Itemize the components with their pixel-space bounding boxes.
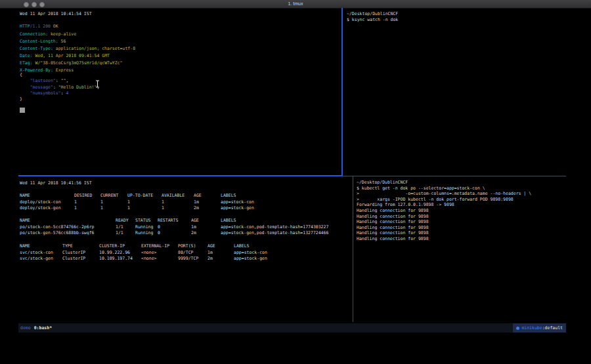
cwd-line: ~/Desktop/DublinCNCF bbox=[357, 180, 567, 186]
http-version-status: /1.1 200 bbox=[30, 24, 51, 29]
table-cell: ClusterIP bbox=[62, 256, 85, 262]
table-cell: po/stock-con-5cc874766c-2p6rp bbox=[20, 224, 95, 231]
table-cell: NAME bbox=[20, 193, 30, 199]
header-line: Content-Type:application/json; charset=u… bbox=[20, 45, 135, 52]
json-row: "lastseen": "", bbox=[20, 78, 99, 84]
table-cell: NAME bbox=[20, 243, 30, 250]
command-lines: $ kubectl get -n dok po --selector=app=s… bbox=[357, 186, 567, 203]
table-cell: 1 bbox=[162, 205, 164, 212]
table-cell: 0 bbox=[158, 224, 160, 231]
window-title: 1. tmux bbox=[0, 1, 591, 6]
table-cell: READY bbox=[116, 218, 129, 224]
pane-bottom-right-port-forward[interactable]: ~/Desktop/DublinCNCF $ kubectl get -n do… bbox=[357, 176, 567, 324]
table-cell: <none> bbox=[141, 256, 156, 262]
table-cell: 80/TCP bbox=[178, 250, 193, 256]
table-cell: CLUSTER-IP bbox=[99, 243, 125, 250]
table-cell: 1 bbox=[127, 205, 130, 212]
kube-context-segment: minikube :default bbox=[513, 323, 566, 333]
output-line: Handling connection for 9898 bbox=[357, 208, 567, 214]
command-line: > xargs -IPOD kubectl -n dok port-forwar… bbox=[357, 197, 567, 203]
table-cell: NAME bbox=[20, 218, 30, 224]
table-cell: deploy/stock-gen bbox=[20, 205, 61, 212]
json-row: "message": "Hello Dublin!", bbox=[20, 85, 99, 91]
output-line: Handling connection for 9898 bbox=[357, 219, 567, 225]
table-cell: Running bbox=[135, 230, 153, 237]
table-cell: 1 bbox=[100, 205, 103, 212]
pane-divider-vertical-bottom[interactable] bbox=[353, 176, 353, 322]
table-cell: 1 bbox=[127, 199, 130, 206]
table-cell: 1/1 bbox=[116, 230, 123, 237]
table-cell: AGE bbox=[194, 193, 202, 199]
terminal-cursor bbox=[20, 108, 25, 113]
tmux-status-bar: demo 0:bash* minikube :default bbox=[18, 323, 566, 333]
json-row: "numsymbols": 4 bbox=[20, 91, 99, 96]
table-cell: STATUS bbox=[135, 218, 150, 224]
mouse-cursor-ibeam-icon bbox=[95, 80, 100, 88]
header-line: Content-Length:56 bbox=[20, 38, 135, 45]
table-cell: app=stock-gen bbox=[221, 205, 254, 212]
table-cell: 2m bbox=[191, 230, 196, 237]
table-cell: ClusterIP bbox=[62, 250, 85, 256]
table-cell: <none> bbox=[141, 250, 156, 256]
table-cell: UP-TO-DATE bbox=[127, 193, 153, 199]
http-status-line: HTTP/1.1 200OK bbox=[20, 24, 58, 29]
table-cell: PORT(S) bbox=[178, 243, 196, 250]
table-cell: AGE bbox=[208, 243, 215, 250]
table-cell: AGE bbox=[191, 218, 199, 224]
table-cell: AVAILABLE bbox=[162, 193, 185, 199]
table-cell: 2m bbox=[208, 256, 213, 262]
command-line: $ ksync watch -n dok bbox=[347, 17, 563, 23]
pane-top-left-http-response[interactable]: Wed 11 Apr 2018 10:41:54 IST HTTP/1.1 20… bbox=[20, 9, 338, 173]
pane-divider-vertical-top[interactable] bbox=[341, 8, 343, 176]
response-headers: Connection:keep-alive Content-Length:56 … bbox=[20, 31, 135, 74]
table-cell: 10.99.222.96 bbox=[99, 250, 130, 256]
table-cell: deploy/stock-con bbox=[20, 199, 61, 206]
table-cell: RESTARTS bbox=[158, 218, 178, 224]
header-line: ETag:W/"38-05coCsrg3mQ75sHr1d/qcWTwYZc" bbox=[20, 60, 135, 67]
table-cell: 2m bbox=[194, 205, 199, 212]
table-cell: app=stock-con bbox=[221, 199, 254, 206]
table-cell: 1m bbox=[194, 199, 199, 206]
output-line: Handling connection for 9898 bbox=[357, 236, 567, 242]
header-line: Date:Wed, 11 Apr 2018 09:41:54 GMT bbox=[20, 52, 135, 60]
session-name: demo bbox=[20, 325, 31, 331]
table-cell: app=stock-gen bbox=[234, 256, 267, 262]
table-cell: CURRENT bbox=[100, 193, 118, 199]
table-cell: 9999/TCP bbox=[178, 256, 198, 262]
table-cell: Running bbox=[135, 224, 153, 231]
table-cell: 1m bbox=[191, 224, 196, 231]
kubernetes-helm-icon bbox=[516, 327, 519, 330]
table-cell: DESIRED bbox=[74, 193, 92, 199]
table-cell: LABELS bbox=[221, 218, 236, 224]
table-cell: LABELS bbox=[234, 243, 249, 250]
output-line: Handling connection for 9898 bbox=[357, 214, 567, 220]
pane-bottom-left-kubectl-get[interactable]: Wed 11 Apr 2018 10:41:56 IST NAMEDESIRED… bbox=[20, 176, 351, 321]
json-body: { "lastseen": "", "message": "Hello Dubl… bbox=[20, 72, 99, 102]
output-line: Handling connection for 9898 bbox=[357, 230, 567, 236]
command-line: $ kubectl get -n dok po --selector=app=s… bbox=[357, 186, 567, 192]
json-open-brace: { bbox=[20, 72, 99, 78]
table-cell: 1/1 bbox=[116, 224, 123, 231]
kube-context: minikube bbox=[521, 325, 542, 331]
output-lines: Forwarding from 127.0.0.1:9898 -> 9898Ha… bbox=[357, 202, 567, 241]
pane-top-right-ksync[interactable]: ~/Desktop/DublinCNCF $ ksync watch -n do… bbox=[347, 9, 563, 175]
header-line: Connection:keep-alive bbox=[20, 31, 135, 38]
output-line: Forwarding from 127.0.0.1:9898 -> 9898 bbox=[357, 202, 567, 208]
table-cell: svc/stock-gen bbox=[20, 256, 53, 262]
window-tab[interactable]: 0:bash* bbox=[34, 325, 52, 331]
timestamp-line: Wed 11 Apr 2018 10:41:54 IST bbox=[20, 11, 92, 16]
table-cell: EXTERNAL-IP bbox=[141, 243, 169, 250]
window-titlebar[interactable]: 1. tmux bbox=[0, 0, 591, 9]
http-reason: OK bbox=[53, 24, 58, 29]
kube-namespace: :default bbox=[542, 325, 563, 331]
table-cell: TYPE bbox=[62, 243, 73, 250]
table-cell: 1 bbox=[162, 199, 164, 206]
json-close-brace: } bbox=[20, 96, 99, 102]
table-cell: 1 bbox=[74, 205, 77, 212]
cwd-line: ~/Desktop/DublinCNCF bbox=[347, 11, 563, 17]
table-cell: LABELS bbox=[221, 193, 236, 199]
command-line: > -o=custom-columns=:metadata.name --no-… bbox=[357, 191, 567, 197]
table-cell: 1 bbox=[74, 199, 77, 206]
table-cell: 1 bbox=[100, 199, 103, 206]
table-cell: 0 bbox=[158, 230, 160, 237]
